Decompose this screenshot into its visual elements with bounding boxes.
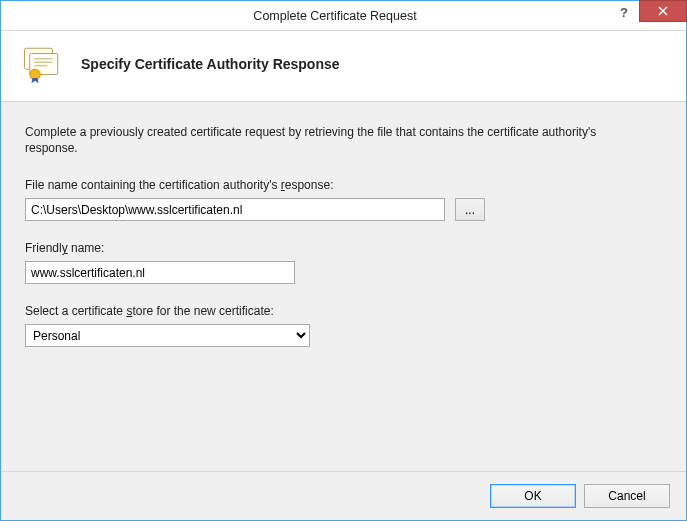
file-name-label: File name containing the certification a… <box>25 178 662 192</box>
file-name-row: ... <box>25 198 662 221</box>
window-title: Complete Certificate Request <box>1 9 609 23</box>
certificate-icon <box>21 43 63 85</box>
titlebar: Complete Certificate Request ? <box>1 1 686 31</box>
title-controls: ? <box>609 1 686 30</box>
footer: OK Cancel <box>1 471 686 520</box>
help-button[interactable]: ? <box>609 1 639 23</box>
friendly-name-input[interactable] <box>25 261 295 284</box>
friendly-name-label: Friendly name: <box>25 241 662 255</box>
header-title: Specify Certificate Authority Response <box>81 56 340 72</box>
close-icon <box>658 6 668 16</box>
cancel-button[interactable]: Cancel <box>584 484 670 508</box>
help-icon: ? <box>620 5 628 20</box>
friendly-name-row <box>25 261 662 284</box>
browse-button[interactable]: ... <box>455 198 485 221</box>
ok-button[interactable]: OK <box>490 484 576 508</box>
store-row: Personal <box>25 324 662 347</box>
certificate-store-select[interactable]: Personal <box>25 324 310 347</box>
description-text: Complete a previously created certificat… <box>25 124 645 156</box>
dialog-window: Complete Certificate Request ? Specify C… <box>0 0 687 521</box>
header-area: Specify Certificate Authority Response <box>1 31 686 102</box>
body-area: Complete a previously created certificat… <box>1 102 686 471</box>
close-button[interactable] <box>639 0 687 22</box>
file-name-input[interactable] <box>25 198 445 221</box>
store-label: Select a certificate store for the new c… <box>25 304 662 318</box>
